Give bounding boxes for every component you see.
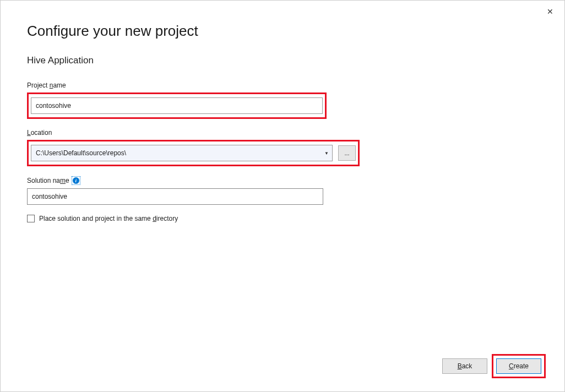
- solution-name-field: Solution name i: [27, 176, 538, 205]
- location-field: Location ▼ ...: [27, 129, 538, 166]
- dialog-content: Configure your new project Hive Applicat…: [1, 1, 564, 222]
- solution-name-input[interactable]: [27, 188, 323, 205]
- chevron-down-icon[interactable]: ▼: [321, 145, 332, 161]
- dialog-title: Configure your new project: [27, 23, 538, 40]
- project-name-input[interactable]: [31, 97, 323, 114]
- close-icon[interactable]: ✕: [546, 7, 555, 16]
- configure-project-dialog: ✕ Configure your new project Hive Applic…: [0, 0, 565, 392]
- location-label: Location: [27, 129, 538, 137]
- same-directory-label: Place solution and project in the same d…: [39, 215, 178, 222]
- browse-button[interactable]: ...: [338, 145, 356, 161]
- create-button[interactable]: Create: [496, 358, 541, 374]
- same-directory-row: Place solution and project in the same d…: [27, 215, 538, 222]
- location-combo: ▼: [31, 145, 333, 161]
- project-name-field: Project name: [27, 81, 538, 119]
- project-name-highlight: [27, 92, 327, 119]
- same-directory-checkbox[interactable]: [27, 215, 35, 222]
- project-name-label: Project name: [27, 81, 538, 89]
- location-highlight: ▼ ...: [27, 140, 360, 166]
- project-type-subtitle: Hive Application: [27, 55, 538, 66]
- create-button-highlight: Create: [492, 354, 546, 378]
- back-button[interactable]: Back: [442, 358, 487, 374]
- dialog-footer: Back Create: [442, 354, 546, 378]
- solution-name-label: Solution name: [27, 177, 69, 184]
- info-icon[interactable]: i: [72, 176, 80, 185]
- location-input[interactable]: [31, 145, 333, 161]
